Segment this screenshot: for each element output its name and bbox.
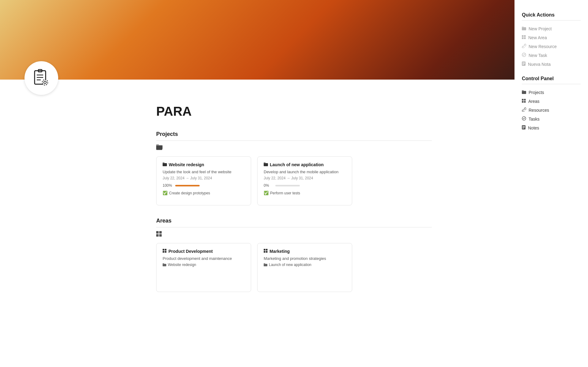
area-card-link: Launch of new application xyxy=(264,263,346,267)
link-icon xyxy=(522,107,526,113)
svg-rect-46 xyxy=(524,99,526,101)
progress-bar-bg xyxy=(275,185,300,186)
progress-bar-fill xyxy=(175,185,200,186)
svg-rect-22 xyxy=(163,251,164,253)
progress-label: 0% xyxy=(264,183,272,188)
svg-rect-20 xyxy=(163,249,164,251)
action-new-resource-label: New Resource xyxy=(529,44,557,49)
svg-rect-13 xyxy=(163,163,164,164)
svg-rect-34 xyxy=(522,35,524,37)
areas-cards-grid: Product Development Product development … xyxy=(156,243,432,292)
svg-rect-16 xyxy=(156,231,159,234)
svg-rect-48 xyxy=(524,101,526,103)
page-title: PARA xyxy=(156,104,432,119)
areas-view-toggle[interactable] xyxy=(156,231,432,238)
svg-rect-15 xyxy=(264,163,266,164)
projects-view-toggle[interactable] xyxy=(156,144,432,152)
logo-icon xyxy=(32,68,51,88)
project-card-desc: Develop and launch the mobile applicatio… xyxy=(264,170,346,174)
svg-rect-37 xyxy=(524,37,526,39)
svg-rect-27 xyxy=(266,249,268,251)
progress-label: 100% xyxy=(163,183,172,188)
svg-rect-29 xyxy=(266,251,268,253)
control-panel-title: Control Panel xyxy=(522,76,581,84)
grid-icon xyxy=(163,249,167,254)
note-icon xyxy=(522,62,526,67)
svg-rect-17 xyxy=(159,231,162,234)
area-card-title: Product Development xyxy=(163,249,245,254)
project-card-website-redesign[interactable]: Website redesign Update the look and fee… xyxy=(156,156,251,205)
logo xyxy=(24,61,58,95)
svg-rect-53 xyxy=(522,128,524,129)
svg-rect-18 xyxy=(156,234,159,237)
action-new-project[interactable]: New Project xyxy=(522,24,581,33)
area-card-desc: Product development and maintenance xyxy=(163,256,245,261)
grid-icon xyxy=(264,249,268,254)
header-banner xyxy=(0,0,588,80)
grid-icon xyxy=(522,35,526,40)
project-task: ✅ Perform user tests xyxy=(264,191,346,195)
svg-rect-31 xyxy=(264,263,265,264)
svg-rect-25 xyxy=(163,263,164,264)
project-card-launch-app[interactable]: Launch of new application Develop and la… xyxy=(257,156,352,205)
svg-rect-11 xyxy=(156,146,162,149)
project-task: ✅ Create design prototypes xyxy=(163,191,245,195)
note-icon xyxy=(522,125,526,130)
task-check-icon: ✅ xyxy=(264,191,269,195)
area-card-desc: Marketing and promotion strategies xyxy=(264,256,346,261)
folder-icon xyxy=(522,90,526,95)
panel-tasks-label: Tasks xyxy=(529,117,540,122)
main-content: PARA Projects Website redesign U xyxy=(132,80,456,316)
panel-resources[interactable]: Resources xyxy=(522,106,581,114)
folder-icon xyxy=(264,162,268,167)
svg-rect-35 xyxy=(524,35,526,37)
action-new-area[interactable]: New Area xyxy=(522,33,581,42)
check-circle-icon xyxy=(522,53,526,58)
svg-rect-52 xyxy=(522,127,525,128)
progress-bar-bg xyxy=(175,185,200,186)
panel-tasks[interactable]: Tasks xyxy=(522,114,581,123)
project-card-desc: Update the look and feel of the website xyxy=(163,170,245,174)
svg-rect-36 xyxy=(522,37,524,39)
area-card-marketing[interactable]: Marketing Marketing and promotion strate… xyxy=(257,243,352,292)
panel-areas-label: Areas xyxy=(528,99,540,104)
svg-rect-19 xyxy=(159,234,162,237)
panel-notes[interactable]: Notes xyxy=(522,123,581,132)
grid-icon xyxy=(522,99,526,104)
project-card-date: July 22, 2024 → July 31, 2024 xyxy=(264,176,346,180)
area-card-product-dev[interactable]: Product Development Product development … xyxy=(156,243,251,292)
folder-icon xyxy=(522,26,526,31)
task-check-icon: ✅ xyxy=(163,191,168,195)
link-icon xyxy=(522,44,526,49)
svg-rect-21 xyxy=(165,249,167,251)
project-progress-row: 100% xyxy=(163,183,245,188)
action-new-task-label: New Task xyxy=(529,53,547,58)
svg-rect-41 xyxy=(522,63,525,64)
projects-section: Projects Website redesign Update the loo… xyxy=(156,131,432,205)
action-nueva-nota[interactable]: Nueva Nota xyxy=(522,60,581,69)
project-card-date: July 22, 2024 → July 31, 2024 xyxy=(163,176,245,180)
area-card-title: Marketing xyxy=(264,249,346,254)
areas-section-header: Areas xyxy=(156,218,432,227)
panel-resources-label: Resources xyxy=(529,108,549,113)
svg-rect-26 xyxy=(264,249,266,251)
projects-section-header: Projects xyxy=(156,131,432,141)
areas-section: Areas xyxy=(156,218,432,292)
action-new-project-label: New Project xyxy=(529,26,552,31)
panel-projects-label: Projects xyxy=(529,90,544,95)
panel-projects[interactable]: Projects xyxy=(522,88,581,97)
svg-rect-33 xyxy=(522,27,524,28)
panel-areas[interactable]: Areas xyxy=(522,97,581,106)
action-new-task[interactable]: New Task xyxy=(522,51,581,60)
project-progress-row: 0% xyxy=(264,183,346,188)
svg-rect-42 xyxy=(522,64,524,65)
project-card-title: Launch of new application xyxy=(264,162,346,167)
action-new-area-label: New Area xyxy=(528,35,547,40)
svg-rect-47 xyxy=(522,101,524,103)
folder-icon xyxy=(163,162,167,167)
svg-rect-30 xyxy=(264,264,267,266)
svg-rect-45 xyxy=(522,99,524,101)
quick-actions-title: Quick Actions xyxy=(522,12,581,21)
action-new-resource[interactable]: New Resource xyxy=(522,42,581,51)
projects-cards-grid: Website redesign Update the look and fee… xyxy=(156,156,432,205)
